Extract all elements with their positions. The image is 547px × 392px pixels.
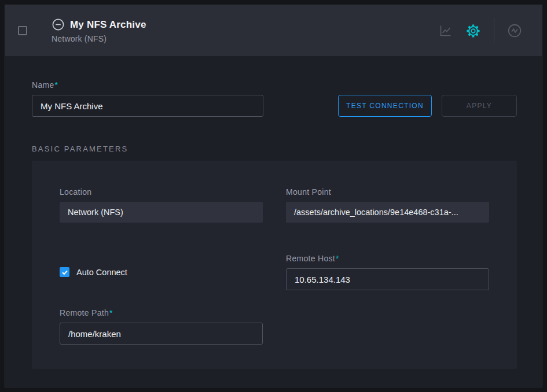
check-icon — [61, 269, 68, 276]
row-remotepath: Remote Path* — [60, 308, 489, 345]
activity-circle-icon[interactable] — [507, 23, 522, 38]
remote-path-input[interactable] — [60, 323, 263, 345]
apply-button[interactable]: APPLY — [442, 95, 517, 117]
required-asterisk: * — [109, 308, 113, 317]
name-label: Name* — [32, 80, 263, 90]
auto-connect-checkbox[interactable] — [60, 267, 69, 277]
mount-point-label: Mount Point — [286, 187, 489, 197]
mount-point-value: /assets/archive_locations/9e14e468-c31a-… — [286, 202, 489, 223]
row-autoconnect-remotehost: Auto Connect Remote Host* — [60, 254, 489, 290]
chart-icon[interactable] — [439, 24, 453, 38]
panel-body: Name* TEST CONNECTION APPLY BASIC PARAME… — [5, 80, 542, 369]
header-actions — [439, 18, 522, 43]
section-title-basic-parameters: BASIC PARAMETERS — [32, 145, 517, 153]
row-location-mountpoint: Location Network (NFS) Mount Point /asse… — [60, 187, 489, 223]
remote-host-input[interactable] — [286, 268, 489, 290]
title-block: My NFS Archive Network (NFS) — [52, 18, 146, 43]
name-row: Name* TEST CONNECTION APPLY — [32, 80, 517, 117]
required-asterisk: * — [336, 254, 339, 263]
location-label: Location — [60, 187, 263, 197]
required-asterisk: * — [55, 80, 58, 90]
panel-header: My NFS Archive Network (NFS) — [5, 5, 542, 56]
select-checkbox[interactable] — [18, 26, 27, 35]
settings-gear-icon[interactable] — [465, 23, 481, 39]
header-divider — [494, 18, 494, 43]
basic-parameters-card: Location Network (NFS) Mount Point /asse… — [32, 161, 517, 369]
collapse-minus-circle-icon[interactable] — [52, 18, 65, 31]
auto-connect-label: Auto Connect — [76, 268, 127, 277]
name-input[interactable] — [32, 95, 263, 117]
panel-subtitle: Network (NFS) — [52, 34, 146, 43]
panel-title: My NFS Archive — [70, 19, 146, 31]
remote-path-label: Remote Path* — [60, 308, 263, 317]
auto-connect-checkbox-row[interactable]: Auto Connect — [60, 267, 127, 277]
test-connection-button[interactable]: TEST CONNECTION — [338, 95, 432, 117]
archive-panel: My NFS Archive Network (NFS) — [5, 5, 542, 387]
remote-host-label: Remote Host* — [286, 254, 489, 263]
location-value: Network (NFS) — [60, 202, 263, 223]
